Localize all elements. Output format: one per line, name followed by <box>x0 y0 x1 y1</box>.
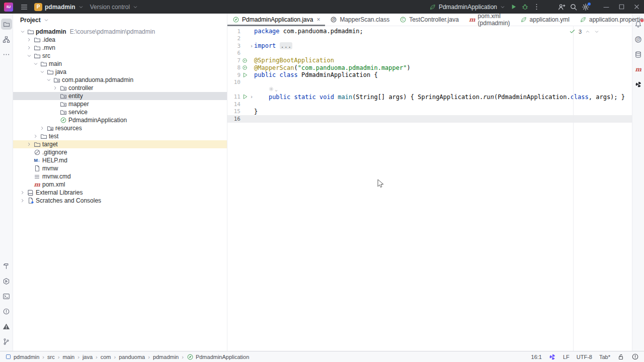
tree-chevron-icon[interactable] <box>32 133 39 139</box>
version-control-toolwindow[interactable] <box>1 336 12 347</box>
code-vision-inlay[interactable]: ⌄ <box>269 86 278 92</box>
tree-item-pdmadmin[interactable]: pdmadminE:\course\pdmadmin\pdmadmin <box>13 28 227 36</box>
editor-area: PdmadminApplication.java×@MapperScan.cla… <box>227 14 632 351</box>
search-everywhere-button[interactable] <box>568 2 580 13</box>
read-write-toggle[interactable] <box>617 353 624 360</box>
tree-chevron-icon[interactable] <box>19 190 26 196</box>
run-button[interactable] <box>508 2 519 13</box>
services-toolwindow[interactable] <box>1 276 12 287</box>
settings-button[interactable] <box>580 2 592 13</box>
status-widget-label: Tab* <box>599 354 610 360</box>
project-panel-header[interactable]: Project <box>13 14 227 27</box>
tree-chevron-icon[interactable] <box>19 29 26 35</box>
tree-chevron-icon[interactable] <box>26 141 33 147</box>
tree-item-mapper[interactable]: mapper <box>13 100 227 108</box>
close-button[interactable] <box>629 0 644 14</box>
spring-indicator[interactable] <box>549 353 556 360</box>
breadcrumb-item[interactable]: pdmadmin <box>5 353 39 360</box>
database-toolwindow[interactable] <box>633 49 644 60</box>
spring-bean-gutter-icon[interactable] <box>240 64 249 71</box>
breadcrumb-item[interactable]: pdmadmin <box>153 354 179 360</box>
fold-marker[interactable]: › <box>249 43 254 49</box>
tree-item--idea[interactable]: .idea <box>13 36 227 44</box>
tree-item-main[interactable]: main <box>13 60 227 68</box>
project-widget[interactable]: P pdmadmin <box>32 2 86 13</box>
tree-item-resources[interactable]: resources <box>13 124 227 132</box>
more-toolwindows[interactable] <box>1 49 12 60</box>
code-editor[interactable]: 1package com.panduoma.pdmadmin;23›import… <box>227 26 632 351</box>
tree-chevron-icon[interactable] <box>45 77 52 83</box>
spring-toolwindow[interactable] <box>633 79 644 90</box>
line-separator[interactable]: LF <box>563 354 570 360</box>
breadcrumb-item[interactable]: main <box>62 354 74 360</box>
project-toolwindow[interactable] <box>1 19 12 30</box>
spring-bean-gutter-icon[interactable] <box>240 57 249 64</box>
tab-pdmadminapplication-java[interactable]: PdmadminApplication.java× <box>227 14 325 26</box>
tree-chevron-icon[interactable] <box>39 125 46 131</box>
notifications[interactable] <box>633 19 644 30</box>
minimize-button[interactable] <box>599 0 614 14</box>
problems-toolwindow[interactable] <box>1 306 12 317</box>
tree-item-java[interactable]: java <box>13 68 227 76</box>
breadcrumb-item[interactable]: src <box>47 354 55 360</box>
run-gutter-icon[interactable] <box>240 72 249 78</box>
tree-chevron-icon[interactable] <box>39 69 46 75</box>
event-indicator[interactable] <box>631 353 639 360</box>
file-encoding[interactable]: UTF-8 <box>577 354 592 360</box>
breadcrumb-item[interactable]: panduoma <box>119 354 145 360</box>
next-problem-icon[interactable] <box>594 29 600 35</box>
tree-chevron-icon[interactable] <box>26 53 33 59</box>
tree-item-pdmadminapplication[interactable]: PdmadminApplication <box>13 116 227 124</box>
endpoints-toolwindow[interactable]: @ <box>633 34 644 45</box>
tree-item-external-libraries[interactable]: External Libraries <box>13 189 227 197</box>
tree-item-service[interactable]: service <box>13 108 227 116</box>
tree-item-scratches-and-consoles[interactable]: Scratches and Consoles <box>13 197 227 205</box>
tree-chevron-icon[interactable] <box>26 45 33 51</box>
terminal-toolwindow[interactable] <box>1 291 12 302</box>
tab-application-yml[interactable]: application.yml <box>515 14 575 26</box>
maven-toolwindow[interactable]: m <box>633 64 644 75</box>
warnings-toolwindow[interactable] <box>1 321 12 332</box>
tree-chevron-icon[interactable] <box>52 85 59 91</box>
main-menu-button[interactable] <box>18 2 30 13</box>
code-with-me-button[interactable] <box>555 2 568 13</box>
inspections-widget[interactable]: 3 <box>569 28 600 35</box>
tree-chevron-icon[interactable] <box>32 61 39 67</box>
build-toolwindow[interactable] <box>1 260 12 272</box>
more-run-actions-button[interactable] <box>531 2 542 13</box>
tree-item-test[interactable]: test <box>13 132 227 140</box>
tree-item-mvnw-cmd[interactable]: mvnw.cmd <box>13 172 227 180</box>
tree-item-target[interactable]: target <box>13 140 227 148</box>
maximize-button[interactable] <box>614 0 629 14</box>
tree-item--gitignore[interactable]: .gitignore <box>13 148 227 156</box>
tab-testcontroller-java[interactable]: CTestController.java <box>394 14 464 26</box>
run-gutter-icon[interactable] <box>240 94 249 100</box>
tree-item-help-md[interactable]: M↓HELP.md <box>13 156 227 164</box>
problems-icon <box>3 308 10 315</box>
tree-chevron-icon[interactable] <box>26 37 33 43</box>
indent-style[interactable]: Tab* <box>599 354 610 360</box>
tree-chevron-icon[interactable] <box>19 198 26 204</box>
caret-position[interactable]: 16:1 <box>531 354 542 360</box>
structure-toolwindow[interactable] <box>1 34 12 45</box>
tab-close-icon[interactable]: × <box>316 16 320 23</box>
debug-button[interactable] <box>519 2 531 13</box>
vcs-widget[interactable]: Version control <box>88 2 140 13</box>
tree-item-com-panduoma-pdmadmin[interactable]: com.panduoma.pdmadmin <box>13 76 227 84</box>
run-configuration-selector[interactable]: PdmadminApplication <box>427 2 508 13</box>
tree-item-entity[interactable]: entity <box>13 92 227 100</box>
tab-mapperscan-class[interactable]: @MapperScan.class <box>325 14 394 26</box>
fold-marker[interactable]: › <box>249 94 254 100</box>
left-toolwindow-stripe <box>0 14 13 351</box>
breadcrumb-item[interactable]: com <box>101 354 111 360</box>
tab-pom-xml-pdmadmin-[interactable]: mpom.xml (pdmadmin) <box>464 14 515 26</box>
tree-item-pom-xml[interactable]: mpom.xml <box>13 180 227 189</box>
tree-item-controller[interactable]: controller <box>13 84 227 92</box>
tree-item-mvnw[interactable]: mvnw <box>13 164 227 172</box>
tree-item--mvn[interactable]: .mvn <box>13 44 227 52</box>
prev-problem-icon[interactable] <box>585 29 591 35</box>
breadcrumb-item[interactable]: PdmadminApplication <box>187 353 249 360</box>
breadcrumb-item[interactable]: java <box>83 354 93 360</box>
tree-item-src[interactable]: src <box>13 52 227 60</box>
problems-icon <box>631 353 639 360</box>
